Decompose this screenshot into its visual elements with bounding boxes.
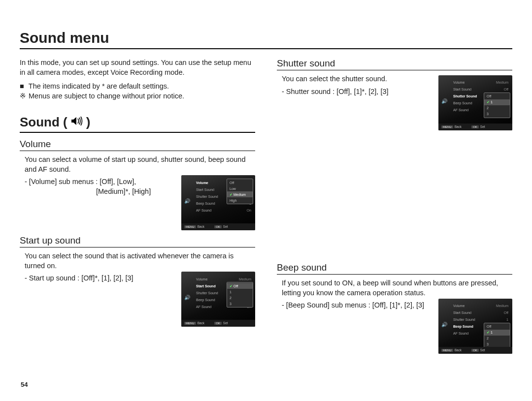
lcd-item: Volume (196, 277, 207, 281)
lcd-item: AF Sound (196, 208, 211, 213)
lcd-item: Beep Sound (196, 298, 215, 302)
lcd-item: Volume (196, 181, 208, 185)
intro-text: In this mode, you can set up sound setti… (20, 58, 255, 77)
lcd-speaker-icon: 🔊 (184, 294, 191, 301)
lcd-item: Shutter Sound (453, 94, 477, 98)
lcd-footer: MENUBack OKSet (438, 123, 512, 130)
lcd-item: Start Sound (453, 87, 471, 92)
check-icon: ✔ (230, 284, 233, 288)
lcd-ok-button: OK (214, 225, 222, 228)
lcd-popup-label: Medium (233, 192, 246, 197)
lcd-back-label: Back (455, 125, 462, 128)
lcd-popup-item: 2 (227, 295, 253, 301)
lcd-footer: MENUBack OKSet (181, 223, 255, 230)
startup-desc: You can select the sound that is activat… (25, 251, 255, 271)
lcd-popup-item: Off (484, 93, 510, 99)
lcd-set-label: Set (480, 125, 485, 128)
square-bullet-icon: ■ (20, 82, 27, 90)
startup-section: You can select the sound that is activat… (20, 251, 255, 327)
lcd-item: Start Sound (196, 187, 214, 192)
check-icon: ✔ (487, 330, 490, 335)
lcd-popup-item: Off (227, 180, 253, 185)
volume-submenu-line1: - [Volume] sub menus : [Off], [Low], (25, 177, 174, 187)
lcd-ok-button: OK (471, 349, 479, 352)
lcd-ok-button: OK (471, 125, 479, 128)
lcd-speaker-icon: 🔊 (441, 98, 448, 105)
speaker-icon (70, 115, 83, 130)
lcd-set-label: Set (223, 225, 228, 228)
shutter-section: You can select the shutter sound. - Shut… (277, 74, 512, 130)
lcd-item: Shutter Sound (453, 317, 475, 322)
lcd-item: Shutter Sound (196, 194, 218, 199)
startup-submenu-line: - Start up sound : [Off]*, [1], [2], [3] (25, 274, 174, 283)
spacer (277, 130, 512, 257)
lcd-popup-item-selected: ✔Off (227, 283, 253, 289)
lcd-popup-label: 1 (491, 100, 493, 104)
note-defaults-text: The items indicated by * are default set… (29, 82, 169, 90)
lcd-popup-item: 3 (227, 301, 253, 307)
lcd-footer: MENUBack OKSet (438, 347, 512, 354)
lcd-menu-button: MENU (441, 125, 453, 128)
lcd-set-label: Set (223, 321, 228, 325)
lcd-popup-item: Low (227, 185, 253, 191)
lcd-ok-button: OK (214, 322, 222, 325)
lcd-item: Start Sound (196, 284, 216, 288)
lcd-value: Off (504, 87, 508, 92)
beep-subheading: Beep sound (277, 262, 512, 275)
lcd-popup-label: 1 (491, 330, 493, 335)
shutter-submenu-line: - Shutter sound : [Off], [1]*, [2], [3] (282, 87, 432, 97)
startup-subheading: Start up sound (20, 235, 255, 247)
lcd-menu-button: MENU (184, 322, 196, 325)
reference-mark-icon: ※ (20, 92, 27, 100)
page-title: Sound menu (20, 30, 512, 49)
beep-submenu-line: - [Beep Sound] sub menus : [Off], [1]*, … (282, 301, 432, 310)
lcd-item: Shutter Sound (196, 291, 218, 295)
lcd-popup-label: Off (233, 284, 238, 288)
note-defaults: ■ The items indicated by * are default s… (20, 82, 255, 90)
lcd-popup-item: 1 (227, 289, 253, 295)
shutter-desc: You can select the shutter sound. (282, 74, 432, 84)
lcd-menu-button: MENU (184, 225, 196, 228)
lcd-footer: MENUBack OKSet (181, 320, 255, 327)
lcd-value: Medium (496, 80, 508, 85)
lcd-popup-item: 2 (484, 336, 510, 341)
lcd-screenshot-startup: 🔊 VolumeMedium Start Sound Shutter Sound… (181, 272, 255, 327)
lcd-back-label: Back (455, 348, 462, 352)
lcd-screenshot-shutter: 🔊 VolumeMedium Start SoundOff Shutter So… (438, 75, 512, 130)
check-icon: ✔ (230, 192, 233, 197)
volume-section: You can select a volume of start up soun… (20, 155, 255, 230)
lcd-back-label: Back (198, 321, 204, 325)
note-change-text: Menus are subject to change without prio… (29, 92, 184, 100)
lcd-popup-item: 2 (484, 105, 510, 111)
lcd-popup-item-selected: ✔Medium (227, 191, 253, 197)
lcd-value: Medium (496, 304, 508, 308)
lcd-item: Beep Sound (453, 101, 472, 105)
lcd-item: AF Sound (196, 305, 211, 309)
lcd-screenshot-beep: 🔊 VolumeMedium Start SoundOff Shutter So… (438, 299, 512, 354)
lcd-item: AF Sound (453, 331, 468, 336)
lcd-value: Medium (239, 277, 251, 281)
sound-heading: Sound ( ) (20, 115, 255, 133)
beep-section: If you set sound to ON, a beep will soun… (277, 278, 512, 354)
right-column: Shutter sound You can select the shutter… (277, 58, 512, 354)
lcd-screenshot-volume: 🔊 Volume Start SoundOff Shutter Sound1 B… (181, 175, 255, 230)
check-icon: ✔ (487, 100, 490, 104)
note-change: ※ Menus are subject to change without pr… (20, 92, 255, 100)
volume-subheading: Volume (20, 139, 255, 151)
lcd-item: Volume (453, 304, 465, 308)
lcd-item: Beep Sound (453, 324, 473, 329)
sound-heading-text: Sound ( (20, 115, 67, 130)
lcd-speaker-icon: 🔊 (184, 198, 191, 205)
lcd-set-label: Set (480, 348, 485, 352)
lcd-speaker-icon: 🔊 (441, 321, 448, 328)
beep-desc: If you set sound to ON, a beep will soun… (282, 278, 512, 298)
lcd-item: Volume (453, 80, 465, 85)
lcd-value: On (247, 208, 251, 213)
lcd-value: 1 (506, 317, 508, 322)
lcd-item: Beep Sound (196, 201, 215, 206)
shutter-subheading: Shutter sound (277, 58, 512, 70)
lcd-popup-item: High (227, 197, 253, 203)
sound-heading-close: ) (86, 115, 91, 130)
lcd-menu-button: MENU (441, 349, 453, 352)
lcd-popup-item: Off (484, 324, 510, 330)
